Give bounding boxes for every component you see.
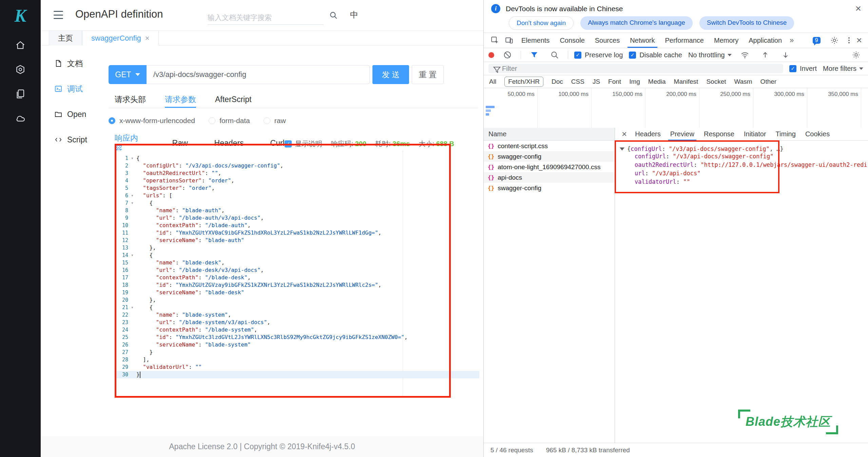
tab-detail-initiator[interactable]: Initiator — [739, 128, 771, 141]
kebab-menu-icon[interactable] — [848, 37, 850, 43]
code-line[interactable]: 13 }, — [115, 244, 479, 252]
disclosure-triangle-icon[interactable] — [620, 147, 624, 151]
tab-sources[interactable]: Sources — [590, 33, 625, 48]
code-line[interactable]: 5 "tagsSorter": "order", — [115, 184, 479, 192]
network-request-row[interactable]: {}atom-one-light_1690969427000.css — [484, 162, 615, 172]
type-filter-media[interactable]: Media — [648, 78, 666, 85]
fold-caret-icon[interactable]: ▾ — [128, 304, 136, 311]
import-har-icon[interactable] — [781, 51, 790, 59]
network-request-row[interactable]: {}content-script.css — [484, 141, 615, 151]
tab-request-headers[interactable]: 请求头部 — [115, 92, 146, 108]
switch-to-chinese-button[interactable]: Switch DevTools to Chinese — [699, 16, 794, 30]
search-network-icon[interactable] — [550, 51, 559, 59]
radio-form-data[interactable]: form-data — [209, 117, 250, 125]
network-request-row[interactable]: {}swagger-config — [484, 183, 615, 193]
tab-request-params[interactable]: 请求参数 — [165, 92, 196, 108]
code-line[interactable]: 10 "contextPath": "/blade-auth", — [115, 222, 479, 229]
code-line[interactable]: 26 "serviceName": "blade-system" — [115, 341, 479, 349]
code-line[interactable]: 9 "url": "/blade-auth/v3/api-docs", — [115, 214, 479, 222]
preview-root-node[interactable]: {configUrl: "/v3/api-docs/swagger-config… — [618, 145, 868, 152]
nav-item-script[interactable]: Script — [41, 130, 108, 150]
json-response-editor[interactable]: 1▾{2 "configUrl": "/v3/api-docs/swagger-… — [115, 151, 479, 397]
tab-application[interactable]: Application — [744, 33, 787, 48]
code-line[interactable]: 21▾ { — [115, 304, 479, 311]
doc-search-input[interactable]: 输入文档关键字搜索 — [208, 8, 324, 25]
nav-item-document[interactable]: 文档 — [41, 54, 108, 73]
tab-console[interactable]: Console — [555, 33, 590, 48]
code-line[interactable]: 3 "oauth2RedirectUrl": "", — [115, 170, 479, 177]
code-line[interactable]: 14▾ { — [115, 252, 479, 259]
nav-item-open[interactable]: Open — [41, 104, 108, 124]
fold-caret-icon[interactable]: ▾ — [128, 192, 136, 199]
tab-raw[interactable]: Raw — [172, 136, 188, 152]
type-filter-manifest[interactable]: Manifest — [674, 78, 698, 85]
fold-caret-icon[interactable]: ▾ — [128, 199, 136, 207]
radio-x-www-form-urlencoded[interactable]: x-www-form-urlencoded — [109, 117, 195, 125]
documents-icon[interactable] — [15, 89, 25, 99]
more-tabs-icon[interactable]: » — [787, 36, 796, 45]
infobar-close-icon[interactable]: × — [855, 3, 861, 14]
code-line[interactable]: 24 "contextPath": "/blade-system", — [115, 326, 479, 334]
code-line[interactable]: 2 "configUrl": "/v3/api-docs/swagger-con… — [115, 162, 479, 170]
tab-afterscript[interactable]: AfterScript — [215, 92, 251, 108]
http-method-select[interactable]: GET — [109, 65, 147, 84]
inspect-element-icon[interactable] — [490, 36, 499, 45]
code-line[interactable]: 18 "id": "YmxhZGUtZGVzay9ibGFkZS1kZXNrL3… — [115, 281, 479, 289]
type-filter-js[interactable]: JS — [593, 78, 600, 85]
code-line[interactable]: 8 "name": "blade-auth", — [115, 207, 479, 214]
code-line[interactable]: 27 } — [115, 349, 479, 356]
disable-cache-checkbox[interactable]: ✓ Disable cache — [629, 51, 682, 59]
fold-caret-icon[interactable]: ▾ — [128, 155, 136, 162]
type-filter-font[interactable]: Font — [608, 78, 621, 85]
network-settings-gear-icon[interactable] — [852, 51, 861, 59]
tab-memory[interactable]: Memory — [709, 33, 744, 48]
tab-home[interactable]: 主页 — [49, 31, 82, 45]
network-request-row[interactable]: {}swagger-config — [484, 151, 615, 162]
device-toolbar-icon[interactable] — [505, 36, 514, 45]
request-url-input[interactable]: /v3/api-docs/swagger-config — [147, 65, 370, 84]
name-column-header[interactable]: Name — [484, 128, 615, 141]
tab-swagger-config[interactable]: swaggerConfig × — [82, 31, 159, 45]
show-description-checkbox[interactable]: ✓ 显示说明 — [285, 139, 322, 148]
type-filter-img[interactable]: Img — [629, 78, 640, 85]
api-hexagon-icon[interactable] — [15, 64, 25, 75]
export-har-icon[interactable] — [761, 51, 770, 59]
settings-gear-icon[interactable] — [830, 36, 839, 45]
tab-detail-timing[interactable]: Timing — [771, 128, 801, 141]
type-filter-other[interactable]: Other — [760, 78, 777, 85]
code-line[interactable]: 12 "serviceName": "blade-auth" — [115, 237, 479, 244]
code-line[interactable]: 29 "validatorUrl": "" — [115, 363, 479, 371]
tab-detail-preview[interactable]: Preview — [666, 128, 699, 141]
code-line[interactable]: 1▾{ — [115, 155, 479, 162]
home-icon[interactable] — [15, 40, 25, 50]
nav-item-debug[interactable]: 调试 — [41, 79, 108, 99]
match-language-button[interactable]: Always match Chrome's language — [580, 16, 693, 30]
close-detail-icon[interactable]: × — [618, 129, 630, 139]
type-filter-css[interactable]: CSS — [571, 78, 584, 85]
dont-show-again-button[interactable]: Don't show again — [509, 16, 574, 30]
type-filter-doc[interactable]: Doc — [552, 78, 563, 85]
record-network-log-icon[interactable] — [488, 52, 494, 58]
send-button[interactable]: 发 送 — [372, 65, 409, 84]
code-line[interactable]: 22 "name": "blade-system", — [115, 311, 479, 319]
code-line[interactable]: 15 "name": "blade-desk", — [115, 259, 479, 266]
more-filters-button[interactable]: More filters — [823, 65, 863, 73]
fold-caret-icon[interactable]: ▾ — [128, 252, 136, 259]
tab-detail-headers[interactable]: Headers — [630, 128, 666, 141]
cloud-icon[interactable] — [15, 113, 25, 123]
code-line[interactable]: 17 "contextPath": "/blade-desk", — [115, 274, 479, 281]
tab-response-content[interactable]: 响应内容 — [115, 136, 146, 152]
throttling-select[interactable]: No throttling — [688, 51, 732, 59]
network-timeline-overview[interactable]: 50,000 ms100,000 ms150,000 ms200,000 ms2… — [484, 88, 868, 130]
issues-counter-icon[interactable]: 9 — [813, 37, 821, 44]
code-line[interactable]: 16 "url": "/blade-desk/v3/api-docs", — [115, 266, 479, 274]
preserve-log-checkbox[interactable]: ✓ Preserve log — [574, 51, 623, 59]
code-line[interactable]: 25 "id": "YmxhZGUtc3lzdGVtL2JsYWRlLXN5c3… — [115, 334, 479, 341]
code-line[interactable]: 7▾ { — [115, 199, 479, 207]
tab-curl[interactable]: Curl — [270, 136, 285, 152]
tab-headers[interactable]: Headers — [214, 136, 244, 152]
type-filter-fetch-xhr[interactable]: Fetch/XHR — [504, 77, 543, 87]
tab-elements[interactable]: Elements — [516, 33, 555, 48]
code-line[interactable]: 20 }, — [115, 296, 479, 304]
code-line[interactable]: 11 "id": "YmxhZGUtYXV0aC9ibGFkZS1hdXRoL3… — [115, 229, 479, 237]
